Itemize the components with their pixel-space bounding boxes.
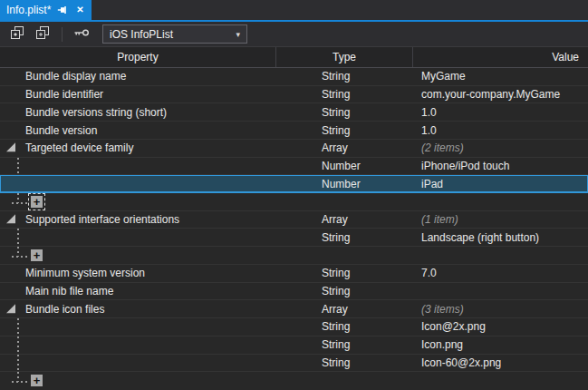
type-cell: String — [322, 356, 350, 369]
type-cell: String — [322, 124, 350, 137]
expander-triangle-icon[interactable] — [6, 142, 15, 151]
plist-row[interactable]: Supported interface orientationsArray(1 … — [0, 211, 588, 229]
add-item-button[interactable]: + — [31, 196, 43, 208]
plist-row[interactable]: Bundle versions string (short)String1.0 — [0, 103, 588, 122]
type-cell: String — [322, 106, 350, 119]
expander-triangle-icon[interactable] — [6, 214, 15, 223]
editor-mode-dropdown[interactable]: iOS InfoPList ▾ — [102, 24, 247, 44]
property-cell: Bundle version — [25, 124, 97, 137]
tree-dotted-line — [17, 318, 19, 336]
type-cell: Number — [322, 178, 361, 190]
plist-row[interactable]: StringLandscape (right button) — [0, 229, 588, 247]
property-cell: Bundle icon files — [25, 303, 104, 316]
value-cell: 7.0 — [421, 267, 437, 279]
type-cell: String — [322, 285, 350, 297]
plist-row[interactable]: NumberiPhone/iPod touch — [0, 158, 588, 176]
tree-dotted-line — [17, 355, 19, 372]
value-cell: Icon-60@2x.png — [421, 356, 501, 369]
expander-triangle-icon[interactable] — [6, 304, 15, 313]
value-cell: MyGame — [421, 70, 466, 83]
type-cell: Array — [322, 141, 348, 154]
plist-rows: Bundle display nameStringMyGameBundle id… — [0, 68, 588, 390]
toolbar: iOS InfoPList ▾ — [0, 22, 588, 46]
tab-title: Info.plist* — [6, 4, 51, 16]
plist-row[interactable]: StringIcon.png — [0, 336, 588, 355]
value-cell: Landscape (right button) — [421, 231, 539, 244]
value-cell: iPhone/iPod touch — [421, 160, 509, 172]
value-cell: (3 items) — [421, 303, 464, 316]
pin-icon[interactable] — [57, 5, 68, 15]
type-cell: String — [322, 320, 350, 333]
property-cell: Minimum system version — [25, 267, 145, 279]
add-entry-row[interactable]: + — [0, 193, 588, 211]
tree-dotted-line — [17, 158, 19, 175]
column-header-value[interactable]: Value — [413, 47, 588, 67]
value-cell: 1.0 — [421, 106, 437, 119]
property-cell: Main nib file name — [25, 285, 113, 297]
property-cell: Targeted device family — [25, 141, 133, 154]
add-entry-row[interactable]: + — [0, 247, 588, 265]
property-cell: Bundle display name — [25, 70, 126, 83]
plist-row[interactable]: Bundle versionString1.0 — [0, 122, 588, 140]
plist-row[interactable]: Bundle identifierStringcom.your-company.… — [0, 86, 588, 104]
property-cell: Supported interface orientations — [25, 213, 179, 226]
type-cell: String — [322, 267, 350, 279]
type-cell: Array — [322, 213, 348, 226]
tab-info-plist[interactable]: Info.plist* ✕ — [0, 0, 92, 20]
plist-row[interactable]: NumberiPad — [0, 175, 588, 193]
plist-row[interactable]: StringIcon@2x.png — [0, 318, 588, 336]
tree-dotted-line — [17, 229, 19, 246]
add-item-button[interactable]: + — [31, 375, 43, 386]
plist-row[interactable]: Targeted device familyArray(2 items) — [0, 140, 588, 158]
type-cell: String — [322, 70, 350, 83]
type-cell: String — [322, 231, 350, 244]
add-entry-button[interactable] — [7, 24, 27, 44]
type-cell: String — [322, 338, 350, 351]
plist-row[interactable]: StringIcon-60@2x.png — [0, 355, 588, 373]
value-cell: Icon@2x.png — [421, 320, 486, 333]
tree-dotted-line — [17, 336, 19, 354]
show-keys-button[interactable] — [72, 24, 92, 44]
type-cell: Array — [322, 303, 348, 316]
property-cell: Bundle versions string (short) — [25, 106, 167, 119]
chevron-down-icon: ▾ — [236, 30, 240, 39]
value-cell: (2 items) — [421, 141, 464, 154]
plist-row[interactable]: Minimum system versionString7.0 — [0, 265, 588, 283]
grid-header: Property Type Value — [0, 46, 588, 68]
key-icon — [73, 26, 90, 42]
tree-dotted-line — [12, 381, 30, 383]
tree-dotted-line — [12, 256, 30, 258]
property-cell: Bundle identifier — [25, 88, 103, 101]
type-cell: Number — [322, 160, 361, 172]
plist-row[interactable]: Bundle display nameStringMyGame — [0, 68, 588, 86]
value-cell: (1 item) — [421, 213, 458, 226]
value-cell: iPad — [421, 178, 443, 190]
type-cell: String — [322, 88, 350, 101]
value-cell: com.your-company.MyGame — [421, 88, 560, 101]
cascade-add-icon — [10, 25, 24, 43]
value-cell: 1.0 — [421, 124, 437, 137]
add-item-button[interactable]: + — [31, 249, 43, 261]
value-cell: Icon.png — [421, 338, 463, 351]
tree-dotted-line — [12, 202, 30, 204]
column-header-property[interactable]: Property — [0, 47, 276, 67]
editor-mode-value: iOS InfoPList — [110, 28, 173, 41]
plist-row[interactable]: Main nib file nameString — [0, 283, 588, 301]
add-child-entry-button[interactable] — [33, 24, 53, 44]
toolbar-separator — [62, 27, 63, 42]
add-entry-row[interactable]: + — [0, 372, 588, 390]
close-icon[interactable]: ✕ — [74, 5, 85, 15]
tab-strip: Info.plist* ✕ — [0, 0, 588, 20]
plist-row[interactable]: Bundle icon filesArray(3 items) — [0, 300, 588, 318]
cascade-add-icon — [35, 25, 50, 43]
column-header-type[interactable]: Type — [276, 47, 413, 67]
